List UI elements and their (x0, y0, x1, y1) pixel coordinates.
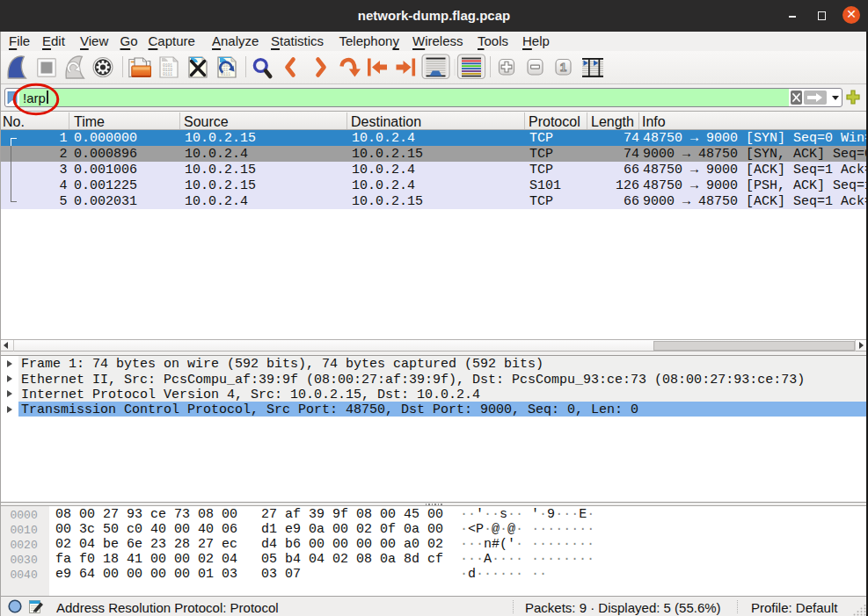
svg-text:1: 1 (560, 61, 567, 74)
svg-text:0111: 0111 (163, 72, 172, 76)
